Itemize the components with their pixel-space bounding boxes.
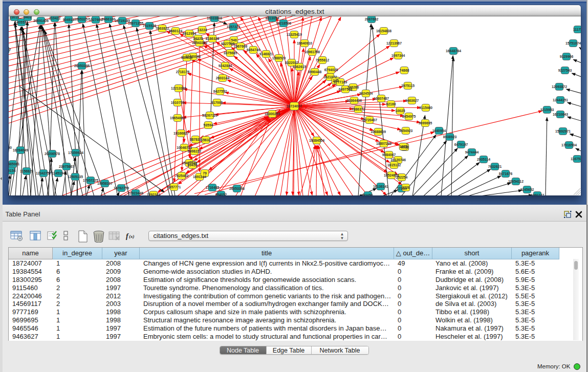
svg-text:2967608: 2967608 (234, 45, 248, 48)
svg-text:10961758: 10961758 (304, 50, 320, 54)
svg-text:9654923: 9654923 (399, 129, 413, 133)
svg-text:16648784: 16648784 (446, 49, 461, 53)
svg-text:252254: 252254 (396, 176, 408, 179)
svg-text:26260650: 26260650 (9, 146, 12, 149)
svg-text:17359924: 17359924 (68, 151, 83, 155)
svg-text:12093872: 12093872 (552, 85, 567, 89)
svg-text:10688609: 10688609 (371, 130, 386, 134)
svg-text:79: 79 (203, 171, 207, 175)
svg-text:6479197: 6479197 (454, 143, 468, 146)
svg-text:10046718: 10046718 (177, 146, 192, 149)
svg-text:1156829: 1156829 (20, 169, 33, 173)
svg-text:8912954: 8912954 (183, 32, 197, 35)
svg-text:92450: 92450 (363, 193, 373, 195)
svg-text:7625402: 7625402 (175, 174, 189, 178)
svg-text:1485061: 1485061 (9, 162, 19, 166)
svg-text:2935114: 2935114 (477, 158, 490, 161)
svg-text:18300295: 18300295 (265, 112, 280, 116)
svg-text:8427552: 8427552 (213, 90, 227, 93)
svg-text:20206578: 20206578 (45, 152, 60, 156)
svg-text:8660124: 8660124 (169, 29, 183, 33)
svg-text:9463627: 9463627 (405, 99, 419, 102)
svg-text:15692971: 15692971 (555, 129, 571, 133)
svg-text:12213389: 12213389 (171, 86, 186, 90)
svg-text:1167533: 1167533 (571, 157, 581, 161)
svg-text:989619: 989619 (181, 56, 193, 59)
svg-text:53267110: 53267110 (202, 114, 217, 117)
svg-text:15720407: 15720407 (362, 118, 377, 122)
svg-text:9460747: 9460747 (531, 193, 545, 195)
svg-text:3375685: 3375685 (224, 51, 237, 55)
svg-text:8471676: 8471676 (499, 172, 513, 176)
svg-text:2718176: 2718176 (176, 70, 190, 74)
svg-text:89459: 89459 (188, 163, 198, 167)
svg-text:19958107: 19958107 (97, 182, 113, 185)
svg-text:6466160: 6466160 (102, 17, 116, 21)
svg-text:18640910: 18640910 (297, 41, 312, 45)
svg-text:18724007: 18724007 (287, 104, 302, 108)
svg-text:8454749: 8454749 (247, 48, 260, 52)
svg-text:9242843: 9242843 (219, 64, 232, 68)
svg-text:15751074: 15751074 (565, 41, 581, 45)
svg-text:53594: 53594 (204, 123, 213, 127)
svg-text:1362615: 1362615 (293, 65, 307, 69)
svg-text:11175: 11175 (573, 28, 581, 31)
svg-text:10120746: 10120746 (390, 158, 406, 162)
svg-text:10653257: 10653257 (74, 17, 90, 21)
svg-text:2975115: 2975115 (401, 84, 415, 87)
svg-text:9699695: 9699695 (419, 121, 432, 125)
svg-text:62160: 62160 (386, 102, 396, 106)
svg-text:1588520: 1588520 (272, 56, 286, 60)
svg-text:8813054: 8813054 (266, 16, 279, 20)
svg-text:18807249: 18807249 (376, 142, 391, 145)
svg-text:7955812: 7955812 (316, 58, 330, 62)
svg-text:16033809: 16033809 (207, 16, 222, 20)
svg-text:19384554: 19384554 (309, 139, 324, 142)
svg-text:16154838: 16154838 (376, 29, 391, 33)
svg-text:1691144: 1691144 (193, 175, 206, 179)
svg-text:2087682: 2087682 (365, 17, 379, 21)
svg-text:6794028: 6794028 (324, 68, 338, 72)
svg-text:1640954: 1640954 (432, 129, 446, 133)
svg-text:9403: 9403 (24, 16, 31, 19)
svg-text:1075: 1075 (399, 145, 407, 148)
svg-text:3624534: 3624534 (359, 92, 373, 95)
svg-text:1527602: 1527602 (89, 18, 103, 21)
svg-text:9084067: 9084067 (382, 153, 396, 157)
svg-text:19218506: 19218506 (276, 21, 291, 25)
svg-text:7632621: 7632621 (488, 165, 502, 168)
svg-text:12444151: 12444151 (553, 98, 568, 102)
svg-text:8990448: 8990448 (308, 70, 322, 74)
svg-text:(x): (x) (129, 234, 135, 239)
svg-text:1615132: 1615132 (387, 163, 401, 167)
svg-text:11325419: 11325419 (287, 33, 302, 36)
svg-text:954052: 954052 (215, 193, 227, 195)
svg-text:23019: 23019 (10, 16, 19, 19)
svg-text:19654983: 19654983 (170, 116, 185, 120)
svg-text:1621072: 1621072 (323, 75, 337, 79)
svg-text:3726: 3726 (402, 186, 409, 189)
svg-text:13224: 13224 (198, 28, 207, 32)
svg-text:12342757: 12342757 (36, 171, 51, 175)
svg-text:16136141: 16136141 (373, 185, 388, 188)
svg-text:2603144: 2603144 (216, 76, 230, 80)
svg-text:20364436: 20364436 (346, 99, 362, 102)
svg-text:8454975: 8454975 (402, 115, 416, 118)
svg-text:16671355: 16671355 (128, 21, 143, 25)
svg-text:9327508: 9327508 (221, 42, 235, 46)
svg-text:9227543: 9227543 (558, 69, 572, 72)
svg-text:9474444: 9474444 (465, 150, 479, 154)
svg-text:546: 546 (231, 38, 237, 42)
svg-text:8322037: 8322037 (285, 61, 299, 64)
svg-text:17957225: 17957225 (83, 179, 98, 182)
svg-text:8498222: 8498222 (188, 149, 202, 153)
svg-text:8938923: 8938923 (443, 135, 457, 139)
svg-text:165137: 165137 (9, 48, 11, 52)
svg-text:39154: 39154 (9, 169, 16, 172)
svg-text:1010755: 1010755 (171, 101, 185, 104)
svg-text:19166827: 19166827 (173, 132, 189, 135)
svg-text:1405571: 1405571 (15, 20, 29, 24)
svg-text:23975867: 23975867 (59, 165, 74, 168)
svg-text:16543382: 16543382 (192, 41, 207, 45)
svg-text:9329966: 9329966 (560, 55, 574, 58)
